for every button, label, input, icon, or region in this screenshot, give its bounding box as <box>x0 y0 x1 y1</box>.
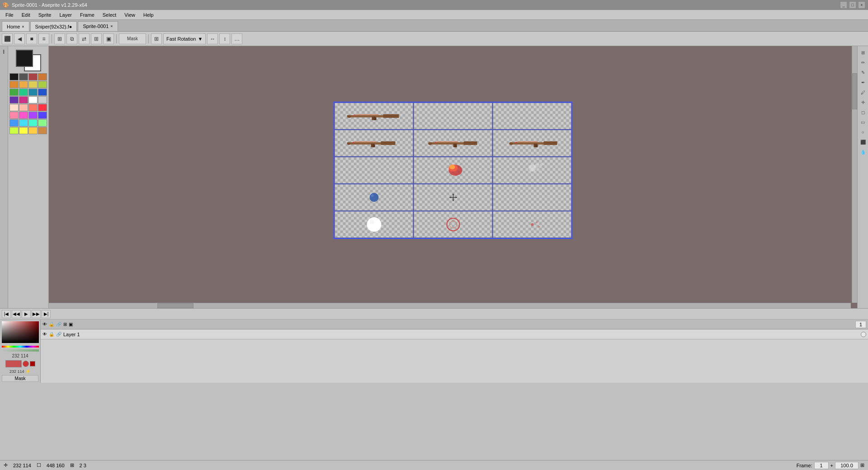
right-tool-pencil-4[interactable]: 🖊 <box>859 88 868 97</box>
menu-layer[interactable]: Layer <box>56 11 75 19</box>
palette-cell[interactable] <box>19 96 28 103</box>
palette-cell[interactable] <box>38 104 47 111</box>
palette-cell[interactable] <box>9 112 19 119</box>
right-tool-fill[interactable]: ⬛ <box>859 137 868 146</box>
timeline-play[interactable]: ▶ <box>22 310 31 318</box>
layer-row-lock[interactable]: 🔒 <box>49 332 54 337</box>
palette-cell[interactable] <box>28 96 38 103</box>
toolbar-new-button[interactable]: ⬛ <box>2 33 13 44</box>
toolbar-arrow-left[interactable]: ◀ <box>14 33 25 44</box>
fg-color-box[interactable] <box>16 50 33 67</box>
layer-row-link[interactable]: 🔗 <box>56 332 61 337</box>
palette-cell[interactable] <box>19 127 28 134</box>
mask-preview[interactable]: Mask <box>119 33 146 44</box>
tab-home[interactable]: Home × <box>2 21 29 31</box>
tab-sprite-close[interactable]: × <box>110 24 113 28</box>
right-tool-rect[interactable]: ▭ <box>859 118 868 127</box>
minimize-button[interactable]: _ <box>840 1 847 9</box>
title-bar-controls[interactable]: _ □ × <box>840 1 865 9</box>
palette-cell[interactable] <box>9 73 19 80</box>
palette-cell[interactable] <box>28 119 38 127</box>
layer-visibility-icon[interactable]: 👁 <box>42 322 47 327</box>
palette-cell[interactable] <box>9 119 19 127</box>
fps-input[interactable] <box>835 462 859 469</box>
layer-cel-icon[interactable]: ▣ <box>69 322 73 327</box>
tab-sniper[interactable]: Sniper(92x32).f● <box>30 21 77 31</box>
menu-edit[interactable]: Edit <box>18 11 34 19</box>
palette-cell[interactable] <box>38 127 47 134</box>
layer-lock-icon[interactable]: 🔒 <box>49 322 54 327</box>
toolbar-frame-new[interactable]: ⊞ <box>54 33 65 44</box>
palette-cell[interactable] <box>38 73 47 80</box>
palette-cell[interactable] <box>28 112 38 119</box>
toolbar-frame-move[interactable]: ⇄ <box>79 33 90 44</box>
menu-frame[interactable]: Frame <box>76 11 98 19</box>
canvas-area[interactable] <box>49 46 857 308</box>
toolbar-grid-toggle[interactable]: ⊞ <box>151 33 162 44</box>
hue-bar[interactable] <box>2 346 39 348</box>
palette-cell[interactable] <box>9 89 19 96</box>
toolbar-menu[interactable]: ≡ <box>38 33 49 44</box>
palette-cell[interactable] <box>19 119 28 127</box>
palette-cell[interactable] <box>9 81 19 88</box>
right-tool-circle[interactable]: ○ <box>859 127 868 136</box>
horizontal-scrollbar[interactable] <box>49 303 851 308</box>
menu-view[interactable]: View <box>121 11 139 19</box>
palette-cell[interactable] <box>38 112 47 119</box>
layer-frame-input[interactable] <box>855 321 866 328</box>
tab-home-close[interactable]: × <box>22 24 24 29</box>
menu-select[interactable]: Select <box>99 11 120 19</box>
palette-cell[interactable] <box>38 81 47 88</box>
palette-cell[interactable] <box>19 81 28 88</box>
palette-cell[interactable] <box>28 104 38 111</box>
palette-cell[interactable] <box>38 89 47 96</box>
timeline-next-frame[interactable]: ▶▶ <box>32 310 41 318</box>
layer-row-visibility[interactable]: 👁 <box>42 332 47 337</box>
right-tool-pencil-1[interactable]: ✏ <box>859 58 868 67</box>
close-button[interactable]: × <box>858 1 865 9</box>
toolbar-frame-grid[interactable]: ⊞ <box>91 33 102 44</box>
toolbar-frame-copy[interactable]: ⧉ <box>66 33 77 44</box>
layer-link-icon[interactable]: 🔗 <box>56 322 61 327</box>
frame-add-icon[interactable]: + <box>830 463 833 468</box>
toolbar-stop[interactable]: ■ <box>26 33 37 44</box>
menu-help[interactable]: Help <box>140 11 157 19</box>
palette-cell[interactable] <box>19 73 28 80</box>
layer-type-icon[interactable]: ⊞ <box>63 322 67 327</box>
toolbar-flip-h[interactable]: ↔ <box>207 33 218 44</box>
right-tool-outline[interactable]: ◻ <box>859 108 868 117</box>
palette-cell[interactable] <box>19 104 28 111</box>
palette-cell[interactable] <box>19 89 28 96</box>
palette-cell[interactable] <box>28 127 38 134</box>
color-gradient-box[interactable] <box>2 321 39 343</box>
pipette-icon[interactable]: ⚡ <box>25 369 31 374</box>
rotation-mode-dropdown[interactable]: Fast Rotation ▼ <box>163 33 206 44</box>
menu-sprite[interactable]: Sprite <box>35 11 55 19</box>
right-tool-move[interactable]: ✛ <box>859 98 868 107</box>
palette-cell[interactable] <box>9 96 19 103</box>
palette-cell[interactable] <box>38 96 47 103</box>
toolbar-more[interactable]: … <box>231 33 242 44</box>
palette-cell[interactable] <box>28 89 38 96</box>
mask-button[interactable]: Mask <box>2 375 38 382</box>
maximize-button[interactable]: □ <box>849 1 856 9</box>
vertical-scrollbar[interactable] <box>852 46 857 303</box>
frame-input[interactable] <box>814 462 829 469</box>
right-tool-pencil-2[interactable]: ✎ <box>859 68 868 77</box>
palette-cell[interactable] <box>9 127 19 134</box>
toolbar-flip-v[interactable]: ↕ <box>219 33 230 44</box>
timeline-first-frame[interactable]: |◀ <box>2 310 11 318</box>
palette-cell[interactable] <box>38 119 47 127</box>
alpha-bar[interactable] <box>2 349 39 352</box>
tab-sprite[interactable]: Sprite-0001 × <box>78 21 118 31</box>
palette-cell[interactable] <box>9 104 19 111</box>
toolbar-frame-select[interactable]: ▣ <box>103 33 114 44</box>
timeline-last-frame[interactable]: ▶| <box>42 310 51 318</box>
menu-file[interactable]: File <box>2 11 17 19</box>
right-tool-eyedropper[interactable]: 💧 <box>859 147 868 156</box>
timeline-prev-frame[interactable]: ◀◀ <box>12 310 21 318</box>
palette-cell[interactable] <box>28 81 38 88</box>
palette-cell[interactable] <box>19 112 28 119</box>
right-tool-pencil-3[interactable]: ✒ <box>859 78 868 87</box>
right-tool-resize[interactable]: ⊞ <box>859 48 868 57</box>
